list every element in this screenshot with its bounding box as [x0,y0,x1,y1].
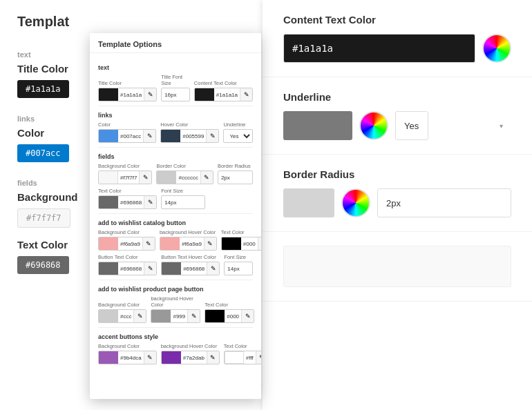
accent-bg-label: Background Color [98,343,157,349]
content-text-color-input[interactable]: #1a1a1a ✎ [194,88,253,101]
divider-1 [98,106,253,106]
fields-border-value: #cccccc [176,175,200,181]
accent-bg-picker[interactable]: ✎ [144,351,156,364]
accent-text-label: Text Color [224,343,261,349]
fields-bg-label: Background Color [98,163,152,169]
wishlist-text-value: #000 [241,241,258,247]
content-text-color-wheel[interactable] [482,34,511,63]
wishlist-bg-picker[interactable]: ✎ [142,237,155,250]
divider-3 [98,213,253,214]
wishlist-text-input[interactable]: #000 ✎ [221,237,261,251]
border-radius-input[interactable] [377,188,511,217]
wishlist-bg-input[interactable]: #f6a9a9 ✎ [98,237,155,251]
fields-text-picker[interactable]: ✎ [144,196,156,208]
wishlist-font-size-input[interactable] [224,262,253,275]
btn-text-label: Button Text Color [98,254,157,260]
wishlist-bg-value: #f6a9a9 [118,241,142,247]
underline-color-wheel[interactable] [359,111,388,140]
accent-bg-hover-value: #7a2dab [181,355,207,361]
underline-select[interactable]: YesNo [223,129,253,143]
modal-links-section: links [98,112,253,119]
pp-bg-value: #ccc [118,313,133,320]
fields-border-picker[interactable]: ✎ [200,171,213,184]
pp-bg-label: Background Color [98,302,146,308]
modal-title: Template Options [90,33,261,53]
hover-color-value: #005599 [180,133,206,139]
wishlist-text-swatch [222,237,241,250]
fields-bg-swatch [99,171,118,184]
accent-bg-input[interactable]: #9b4dca ✎ [98,351,157,364]
wishlist-bg-hover-picker[interactable]: ✎ [204,237,216,250]
pp-bg-hover-input[interactable]: #999 ✎ [151,309,200,323]
fields-font-size-input[interactable] [161,195,205,209]
divider-4 [98,280,253,280]
border-radius-color-wheel[interactable] [341,188,370,217]
wishlist-text-label: Text Color [221,229,261,235]
hover-color-input[interactable]: #005599 ✎ [160,129,219,143]
title-color-input[interactable]: #1a1a1a ✎ [98,88,157,101]
accent-bg-value: #9b4dca [118,355,144,361]
wishlist-text-picker[interactable]: ✎ [258,237,261,250]
extra-preview [283,246,511,287]
template-options-modal: Template Options text Title Color #1a1a1… [90,33,261,399]
fields-radius-input[interactable] [218,170,253,184]
modal-accent-section: accent buttons style [98,333,253,340]
fields-text-row: Text Color #696868 ✎ Font Size [98,188,253,209]
accent-row1: Background Color #9b4dca ✎ background Ho… [98,343,253,364]
wishlist-bg-hover-input[interactable]: #f6a9a9 ✎ [160,237,217,251]
text-color-swatch: #696868 [17,256,69,274]
btn-hover-swatch [162,262,181,275]
content-text-picker[interactable]: ✎ [240,88,252,101]
btn-hover-input[interactable]: #696868 ✎ [161,262,220,275]
accent-bg-hover-picker[interactable]: ✎ [207,351,219,364]
pp-bg-hover-picker[interactable]: ✎ [187,310,200,322]
fields-text-color-label: Text Color [98,188,157,194]
underline-preview-box [283,111,352,140]
content-text-color-title: Content Text Color [283,14,511,26]
content-text-color-label: Content Text Color [194,80,253,86]
links-color-row: Color #007acc ✎ Hover Color #005599 ✎ Un… [98,121,253,143]
hover-color-picker[interactable]: ✎ [206,130,218,142]
pp-text-label: Text Color [205,302,254,308]
content-text-color-box[interactable]: #1a1a1a [283,34,475,63]
accent-text-input[interactable]: #fff ✎ [224,351,261,364]
btn-text-input[interactable]: #696868 ✎ [98,262,157,275]
border-radius-row [283,188,511,217]
detail-panel: Content Text Color #1a1a1a Underline Yes… [263,0,532,410]
underline-label: Underline [223,121,253,128]
modal-fields-section: fields [98,153,253,160]
title-font-size-input[interactable] [161,88,190,101]
modal-body[interactable]: text Title Color #1a1a1a ✎ Title Font Si… [90,53,261,399]
accent-text-picker[interactable]: ✎ [256,351,261,364]
btn-hover-picker[interactable]: ✎ [207,262,219,275]
accent-bg-hover-label: background Hover Color [161,343,220,349]
fields-text-color-input[interactable]: #696868 ✎ [98,195,157,209]
fields-bg-input[interactable]: #f7f7f7 ✎ [98,170,152,184]
pp-bg-picker[interactable]: ✎ [133,310,146,322]
underline-select[interactable]: Yes No [395,111,428,140]
title-color-picker-btn[interactable]: ✎ [144,88,156,101]
fields-border-input[interactable]: #cccccc ✎ [156,170,213,184]
fields-bg-picker[interactable]: ✎ [139,171,151,184]
modal-wishlist-section: add to wishlist catalog button [98,219,253,226]
bg-color-swatch: #f7f7f7 [17,208,70,228]
btn-text-picker[interactable]: ✎ [144,262,156,275]
pp-text-picker[interactable]: ✎ [241,310,254,322]
underline-select-wrapper: Yes No ▾ [395,111,511,140]
pp-bg-input[interactable]: #ccc ✎ [98,309,146,323]
chevron-down-icon: ▾ [500,122,503,130]
underline-title: Underline [283,91,511,103]
links-color-input[interactable]: #007acc ✎ [98,129,156,143]
accent-bg-hover-input[interactable]: #7a2dab ✎ [161,351,220,364]
fields-text-swatch [99,196,118,208]
fields-bg-row: Background Color #f7f7f7 ✎ Border Color … [98,163,253,184]
underline-row: Yes No ▾ [283,111,511,140]
pp-bg-hover-label: background Hover Color [151,295,200,308]
links-color-picker[interactable]: ✎ [143,130,155,142]
fields-text-value: #696868 [118,199,144,206]
title-color-field-label: Title Color [98,80,157,86]
modal-product-page-section: add to wishlist product page button [98,286,253,293]
fields-font-size-label: Font Size [161,188,205,194]
title-font-size-label: Title Font Size [161,74,190,86]
pp-text-input[interactable]: #000 ✎ [205,309,254,323]
